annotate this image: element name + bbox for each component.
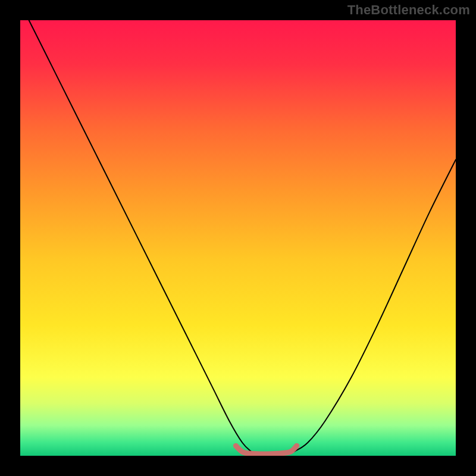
- chart-plot: [0, 0, 476, 476]
- plot-background: [20, 20, 456, 456]
- border-left: [0, 0, 20, 476]
- border-bottom: [0, 456, 476, 476]
- border-right: [456, 0, 476, 476]
- chart-frame: TheBottleneck.com: [0, 0, 476, 476]
- watermark-text: TheBottleneck.com: [347, 2, 470, 18]
